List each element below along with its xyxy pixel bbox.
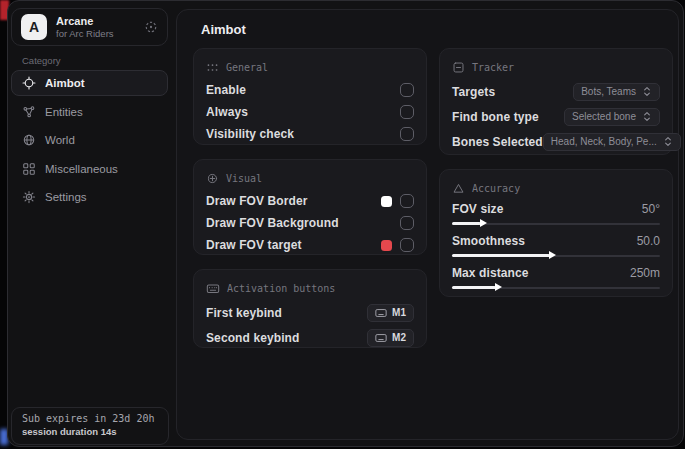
app-name: Arcane	[56, 15, 114, 27]
section-title: General	[226, 62, 268, 73]
sync-icon[interactable]	[144, 20, 158, 34]
app-subtitle: for Arc Riders	[56, 28, 114, 39]
keyboard-icon	[206, 282, 220, 295]
setting-row: Second keybind M2	[206, 325, 414, 350]
page-title: Aimbot	[201, 22, 246, 37]
slider-fill	[452, 254, 550, 257]
tracker-card-header: Tracker	[452, 59, 660, 75]
slider-value: 50°	[642, 202, 660, 216]
keybind-value: M1	[392, 307, 406, 318]
setting-label: Bones Selected	[452, 135, 543, 149]
sliders-icon	[206, 61, 219, 74]
bones-selected-select[interactable]: Head, Neck, Body, Pe...	[543, 133, 681, 151]
visibility-check-checkbox[interactable]	[400, 127, 414, 141]
unfold-icon	[642, 86, 652, 97]
slider-value: 250m	[630, 266, 660, 280]
app-window: A Arcane for Arc Riders Category Aimbot	[7, 0, 684, 447]
setting-row: Draw FOV Border	[206, 190, 414, 212]
enable-checkbox[interactable]	[400, 83, 414, 97]
slider-value: 50.0	[637, 234, 660, 248]
sidebar-item-label: Settings	[45, 191, 87, 203]
setting-controls	[381, 238, 414, 252]
second-keybind-button[interactable]: M2	[367, 329, 414, 347]
triangle-icon	[452, 182, 465, 195]
targets-select[interactable]: Bots, Teams	[573, 83, 660, 101]
tracker-card: Tracker Targets Bots, Teams Find bone ty…	[439, 48, 673, 155]
first-keybind-button[interactable]: M1	[367, 304, 414, 322]
max-distance-slider[interactable]	[452, 283, 660, 292]
sidebar-item-label: Entities	[45, 106, 83, 118]
always-checkbox[interactable]	[400, 105, 414, 119]
setting-controls	[381, 194, 414, 208]
slider-label: Max distance	[452, 266, 529, 280]
setting-label: Targets	[452, 85, 495, 99]
app-logo-card: A Arcane for Arc Riders	[11, 8, 168, 46]
general-card: General Enable Always Visibility check	[193, 48, 427, 145]
setting-label: Visibility check	[206, 127, 294, 141]
section-title: Tracker	[472, 62, 514, 73]
section-title: Activation buttons	[227, 283, 335, 294]
select-value: Head, Neck, Body, Pe...	[551, 136, 657, 147]
setting-row: Always	[206, 101, 414, 123]
slider-fill	[452, 286, 496, 289]
sidebar-item-miscellaneous[interactable]: Miscellaneous	[11, 156, 168, 182]
smoothness-slider[interactable]	[452, 251, 660, 260]
fov-size-slider[interactable]	[452, 219, 660, 228]
subscription-card: Sub expires in 23d 20h session duration …	[11, 407, 169, 445]
setting-row: Find bone type Selected bone	[452, 104, 660, 129]
keybind-value: M2	[392, 332, 406, 343]
setting-label: Enable	[206, 83, 246, 97]
slider-thumb[interactable]	[495, 283, 502, 291]
gear-icon	[22, 190, 36, 204]
section-title: Visual	[226, 173, 262, 184]
setting-row: Enable	[206, 79, 414, 101]
setting-row: Targets Bots, Teams	[452, 79, 660, 104]
draw-fov-border-checkbox[interactable]	[400, 194, 414, 208]
select-value: Bots, Teams	[581, 86, 636, 97]
visual-card: Visual Draw FOV Border Draw FOV Backgrou…	[193, 159, 427, 255]
category-label: Category	[22, 55, 61, 66]
main-panel: Aimbot General Enable Always	[176, 9, 679, 440]
globe-icon	[22, 133, 36, 147]
setting-row: First keybind M1	[206, 300, 414, 325]
activation-card-header: Activation buttons	[206, 280, 414, 296]
app-title-block: Arcane for Arc Riders	[56, 15, 114, 39]
session-duration: session duration 14s	[22, 426, 158, 437]
slider-label: FOV size	[452, 202, 503, 216]
color-swatch[interactable]	[381, 196, 392, 207]
app-logo: A	[21, 14, 47, 40]
box-minus-icon	[452, 61, 465, 74]
desktop-background: A Arcane for Arc Riders Category Aimbot	[0, 0, 685, 449]
sidebar-item-label: World	[45, 134, 75, 146]
slider-thumb[interactable]	[480, 219, 487, 227]
slider-fill	[452, 222, 481, 225]
sidebar-item-label: Aimbot	[45, 77, 85, 89]
slider-row: Smoothness 50.0	[452, 232, 660, 249]
setting-row: Draw FOV target	[206, 234, 414, 256]
sidebar-item-settings[interactable]: Settings	[11, 184, 168, 210]
sidebar-item-entities[interactable]: Entities	[11, 99, 168, 125]
setting-label: Draw FOV target	[206, 238, 302, 252]
crosshair-icon	[22, 76, 36, 90]
color-swatch[interactable]	[381, 240, 392, 251]
grid-icon	[22, 162, 36, 176]
section-title: Accuracy	[472, 183, 520, 194]
setting-label: Always	[206, 105, 248, 119]
accuracy-card-header: Accuracy	[452, 180, 660, 196]
setting-label: Draw FOV Border	[206, 194, 308, 208]
setting-label: Second keybind	[206, 331, 299, 345]
draw-fov-target-checkbox[interactable]	[400, 238, 414, 252]
sidebar-item-world[interactable]: World	[11, 127, 168, 153]
accuracy-card: Accuracy FOV size 50° Smoothness 50.0	[439, 169, 673, 297]
draw-fov-background-checkbox[interactable]	[400, 216, 414, 230]
unfold-icon	[642, 111, 652, 122]
visual-card-header: Visual	[206, 170, 414, 186]
entities-icon	[22, 105, 36, 119]
sidebar-item-aimbot[interactable]: Aimbot	[11, 70, 168, 96]
slider-thumb[interactable]	[549, 251, 556, 259]
setting-row: Bones Selected Head, Neck, Body, Pe...	[452, 129, 660, 154]
find-bone-type-select[interactable]: Selected bone	[564, 108, 660, 126]
unfold-icon	[663, 136, 673, 147]
setting-label: Draw FOV Background	[206, 216, 339, 230]
setting-row: Visibility check	[206, 123, 414, 145]
